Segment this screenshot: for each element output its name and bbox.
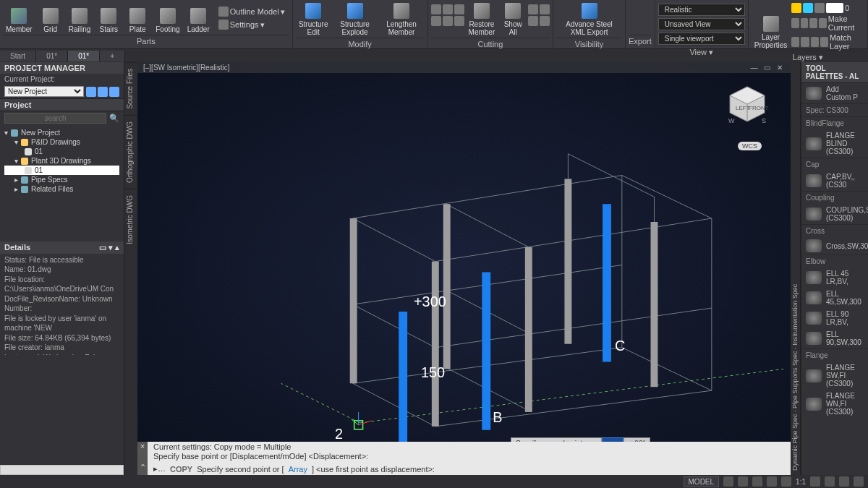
tab-start[interactable]: Start <box>0 51 36 61</box>
search-input[interactable] <box>4 113 106 124</box>
cat-coupling: Coupling <box>801 191 868 204</box>
details-body: Status: File is accessible Name: 01.dwg … <box>0 254 124 355</box>
tree-pipe[interactable]: ▸ Pipe Specs <box>4 175 119 184</box>
rb-ladder[interactable]: Ladder <box>184 1 213 35</box>
item-cap[interactable]: CAP,BV,, (CS30 <box>801 171 868 191</box>
group-export: Export <box>629 35 652 47</box>
rb-footing[interactable]: Footing <box>153 1 182 35</box>
pm-project-select[interactable]: New Project <box>4 86 84 97</box>
pm-icon-1[interactable] <box>86 87 96 97</box>
svg-rect-28 <box>651 222 658 387</box>
command-line[interactable]: ▸… COPY Specify second point or [Array] … <box>148 463 791 475</box>
item-cross[interactable]: Cross,SW,3000 <box>801 237 868 254</box>
model-space-toggle[interactable]: MODEL <box>684 476 720 487</box>
ribbon: Member Grid Railing Stairs Plate Footing… <box>0 0 868 49</box>
cat-blind: BlindFlange <box>801 116 868 129</box>
svg-text:W: W <box>728 117 735 124</box>
rb-outline-model[interactable]: Outline Model ▾ <box>218 7 285 17</box>
viewport-3d[interactable]: [–][SW Isometric][Realistic] — ▭ ✕ <box>137 62 791 475</box>
status-gear-icon[interactable] <box>810 476 820 487</box>
item-ell45sw[interactable]: ELL 45,SW,300 <box>801 288 868 308</box>
search-icon[interactable]: 🔍 <box>109 114 119 123</box>
tree-p3d[interactable]: ▾ Plant 3D Drawings <box>4 156 119 166</box>
status-scale[interactable]: 1:1 <box>796 478 806 486</box>
item-flange-sw[interactable]: FLANGE SW,FI (CS300) <box>801 361 868 390</box>
tree-root[interactable]: ▾ New Project <box>4 128 119 137</box>
svg-line-4 <box>353 176 622 219</box>
rb-settings[interactable]: Settings ▾ <box>218 20 285 30</box>
tab-01b[interactable]: 01* <box>68 51 100 61</box>
item-ell45lr[interactable]: ELL 45 LR,BV, <box>801 267 868 288</box>
rb-stairs[interactable]: Stairs <box>95 1 122 35</box>
rb-railing[interactable]: Railing <box>66 1 94 35</box>
cmd-history: Current settings: Copy mode = Multiple S… <box>148 442 791 463</box>
side-tab-rail: Source Files Orthographic DWG Isometric … <box>124 62 137 475</box>
rb-structure-edit[interactable]: Structure Edit <box>296 1 331 38</box>
svg-rect-23 <box>350 218 357 383</box>
tree-related[interactable]: ▸ Related Files <box>4 184 119 194</box>
cmd-close-icon[interactable]: × <box>137 442 148 463</box>
pm-icon-3[interactable] <box>109 87 119 97</box>
rb-xml-export[interactable]: Advance Steel XML Export <box>556 1 622 38</box>
item-flange-wn[interactable]: FLANGE WN,FI (CS300) <box>801 390 868 418</box>
tree-p3d-01[interactable]: 01 <box>4 166 119 175</box>
rail-ortho[interactable]: Orthographic DWG <box>124 115 137 189</box>
rb-grid[interactable]: Grid <box>37 1 64 35</box>
viewcube[interactable]: LEFT FRONT W S <box>726 84 769 127</box>
tab-01a[interactable]: 01* <box>36 51 68 61</box>
item-flange-blind[interactable]: FLANGE BLIND (CS300) <box>801 129 868 158</box>
wcs-badge[interactable]: WCS <box>738 142 762 150</box>
rail-source[interactable]: Source Files <box>124 62 137 115</box>
add-custom[interactable]: Add Custom P <box>801 83 868 103</box>
rb-structure-explode[interactable]: Structure Explode <box>333 1 378 38</box>
status-isolate-icon[interactable] <box>825 476 835 487</box>
group-modify: Modify <box>296 38 425 50</box>
tab-add[interactable]: + <box>100 51 125 61</box>
viewport-select[interactable]: Single viewport <box>658 33 745 45</box>
svg-line-34 <box>352 419 359 425</box>
status-snap-icon[interactable] <box>738 476 748 487</box>
left-scrollbar[interactable] <box>0 465 124 475</box>
rb-make-current[interactable]: Make Current <box>791 14 864 32</box>
scene-svg: +300 150 A B C 1 2 <box>137 62 791 475</box>
rb-lengthen-member[interactable]: Lengthen Member <box>379 1 425 38</box>
rb-plate[interactable]: Plate <box>124 1 151 35</box>
svg-line-14 <box>353 304 435 348</box>
command-area: × Current settings: Copy mode = Multiple… <box>137 442 791 476</box>
svg-rect-26 <box>525 247 532 412</box>
rb-match-layer[interactable]: Match Layer <box>791 33 864 51</box>
svg-line-7 <box>622 176 712 219</box>
palette-rail: Dynamic Pipe Spec · Pipe Supports Spec ·… <box>791 62 801 475</box>
group-view[interactable]: View ▾ <box>658 46 745 59</box>
svg-line-1 <box>353 383 435 427</box>
tree-pid-01[interactable]: 01 <box>4 147 119 156</box>
item-ell90sw[interactable]: ELL 90,SW,300 <box>801 328 868 348</box>
rb-restore-member[interactable]: Restore Member <box>466 1 498 38</box>
svg-rect-27 <box>564 179 571 343</box>
status-custom-icon[interactable] <box>854 476 864 487</box>
svg-text:150: 150 <box>421 364 445 380</box>
status-ortho-icon[interactable] <box>752 476 762 487</box>
pm-title: PROJECT MANAGER <box>0 62 124 74</box>
svg-text:2: 2 <box>335 426 343 442</box>
saved-view-select[interactable]: Unsaved View <box>658 18 745 30</box>
cat-elbow: Elbow <box>801 254 868 267</box>
tree-pid[interactable]: ▾ P&ID Drawings <box>4 137 119 147</box>
item-coupling[interactable]: COUPLING,SW (CS300) <box>801 204 868 224</box>
svg-line-6 <box>353 218 435 262</box>
visual-style-select[interactable]: Realistic <box>658 4 745 16</box>
cmd-handle-icon[interactable]: ⌃ <box>137 463 148 475</box>
group-visibility: Visibility <box>556 38 622 50</box>
svg-line-13 <box>435 308 712 348</box>
rb-layer-properties[interactable]: Layer Properties <box>752 1 791 51</box>
status-clean-icon[interactable] <box>839 476 849 487</box>
pm-icon-2[interactable] <box>98 87 108 97</box>
rail-iso[interactable]: Isometric DWG <box>124 189 137 250</box>
rb-show-all[interactable]: Show All <box>499 1 527 38</box>
svg-line-16 <box>446 204 529 247</box>
rb-member[interactable]: Member <box>3 1 35 35</box>
status-grid-icon[interactable] <box>723 476 733 487</box>
item-ell90lr[interactable]: ELL 90 LR,BV, <box>801 308 868 328</box>
status-osnap-icon[interactable] <box>781 476 791 487</box>
status-polar-icon[interactable] <box>767 476 777 487</box>
